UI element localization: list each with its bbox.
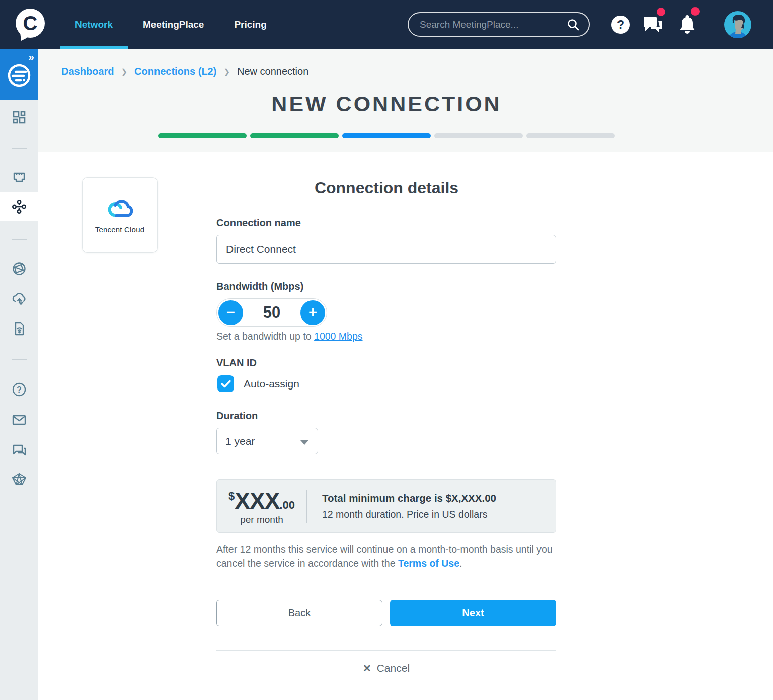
nav-tab-meetingplace[interactable]: MeetingPlace bbox=[128, 0, 219, 49]
sidebar: » bbox=[0, 49, 38, 700]
bandwidth-decrease-button[interactable]: − bbox=[218, 300, 243, 325]
top-navbar: C Network MeetingPlace Pricing ? bbox=[0, 0, 773, 49]
vlan-auto-assign-checkbox[interactable] bbox=[217, 375, 234, 392]
search-input[interactable] bbox=[420, 19, 567, 30]
nav-tab-pricing[interactable]: Pricing bbox=[219, 0, 281, 49]
price-amount: XXX bbox=[235, 488, 279, 514]
chat-icon bbox=[12, 442, 27, 457]
bandwidth-max-link[interactable]: 1000 Mbps bbox=[314, 331, 362, 342]
notifications-icon[interactable] bbox=[678, 13, 697, 36]
chevron-down-icon bbox=[300, 440, 308, 445]
cancel-label: Cancel bbox=[377, 662, 410, 674]
connection-name-label: Connection name bbox=[216, 217, 301, 229]
connections-icon bbox=[12, 199, 27, 214]
help-icon[interactable]: ? bbox=[611, 15, 630, 34]
messages-icon[interactable] bbox=[643, 14, 664, 36]
footer-divider bbox=[216, 650, 556, 651]
sidebar-divider bbox=[12, 359, 27, 360]
progress-step-1 bbox=[158, 133, 247, 138]
expand-icon[interactable]: » bbox=[28, 51, 33, 63]
chevron-right-icon: ❯ bbox=[121, 67, 127, 76]
price-period: per month bbox=[217, 514, 306, 525]
terms-note-suffix: . bbox=[459, 558, 462, 569]
duration-value: 1 year bbox=[225, 435, 255, 447]
monthly-price: $XXX.00 per month bbox=[217, 487, 306, 525]
sidebar-divider bbox=[12, 239, 27, 240]
referrals-icon bbox=[11, 473, 27, 488]
bandwidth-stepper: 50 − + bbox=[216, 298, 327, 327]
price-decimals: .00 bbox=[279, 499, 295, 511]
duration-label: Duration bbox=[216, 410, 258, 422]
internet-exchange-icon bbox=[12, 261, 27, 276]
search-icon[interactable] bbox=[567, 18, 580, 31]
price-total-line: Total minimum charge is $X,XXX.00 bbox=[322, 492, 496, 504]
terms-note-text: After 12 months this service will contin… bbox=[216, 543, 553, 569]
vlan-auto-assign-row: Auto-assign bbox=[217, 375, 299, 392]
provider-name: Tencent Cloud bbox=[95, 225, 145, 234]
iot-sim-icon bbox=[12, 321, 27, 336]
svg-text:?: ? bbox=[17, 385, 22, 394]
network-logo-icon[interactable] bbox=[7, 63, 31, 88]
bandwidth-helper: Set a bandwidth up to 1000 Mbps bbox=[216, 331, 363, 342]
price-summary: $XXX.00 per month Total minimum charge i… bbox=[216, 479, 556, 533]
section-heading: Connection details bbox=[0, 179, 773, 197]
sidebar-item-internet[interactable] bbox=[0, 261, 38, 276]
terms-of-use-link[interactable]: Terms of Use bbox=[398, 558, 459, 569]
bandwidth-label: Bandwidth (Mbps) bbox=[216, 281, 303, 292]
price-currency: $ bbox=[228, 490, 235, 502]
bandwidth-helper-text: Set a bandwidth up to bbox=[216, 331, 314, 342]
cloud-connect-icon bbox=[11, 291, 27, 306]
vlan-label: VLAN ID bbox=[216, 357, 257, 369]
breadcrumb-connections[interactable]: Connections (L2) bbox=[134, 66, 216, 77]
sidebar-item-cloud[interactable] bbox=[0, 291, 38, 306]
progress-step-4 bbox=[434, 133, 523, 138]
chevron-right-icon: ❯ bbox=[223, 67, 230, 76]
terms-note: After 12 months this service will contin… bbox=[216, 542, 558, 570]
global-search[interactable] bbox=[408, 12, 590, 37]
messages-badge bbox=[657, 8, 665, 16]
progress-bar bbox=[158, 133, 615, 138]
cancel-button[interactable]: ✕Cancel bbox=[216, 662, 556, 674]
next-button[interactable]: Next bbox=[390, 600, 556, 626]
app-window: C Network MeetingPlace Pricing ? bbox=[0, 0, 773, 700]
duration-select[interactable]: 1 year bbox=[216, 428, 318, 454]
close-icon: ✕ bbox=[363, 663, 371, 674]
svg-text:?: ? bbox=[617, 18, 624, 31]
progress-step-5 bbox=[526, 133, 615, 138]
help-icon: ? bbox=[12, 382, 27, 397]
primary-nav: Network MeetingPlace Pricing bbox=[60, 0, 282, 49]
sidebar-item-chat[interactable] bbox=[0, 442, 38, 457]
notifications-badge bbox=[691, 7, 700, 16]
sidebar-item-referrals[interactable] bbox=[0, 473, 38, 488]
price-details-line: 12 month duration. Price in US dollars bbox=[322, 509, 496, 520]
sidebar-divider bbox=[12, 148, 27, 149]
breadcrumb: Dashboard ❯ Connections (L2) ❯ New conne… bbox=[61, 66, 308, 77]
back-button[interactable]: Back bbox=[216, 600, 382, 626]
check-icon bbox=[221, 380, 231, 388]
sidebar-item-mail[interactable] bbox=[0, 412, 38, 427]
nav-tab-network[interactable]: Network bbox=[60, 0, 128, 49]
connection-name-input[interactable] bbox=[216, 235, 556, 264]
breadcrumb-dashboard[interactable]: Dashboard bbox=[61, 66, 114, 77]
vlan-auto-assign-label: Auto-assign bbox=[244, 378, 299, 390]
tencent-cloud-icon bbox=[103, 196, 136, 220]
progress-step-2 bbox=[250, 133, 339, 138]
page-title: NEW CONNECTION bbox=[0, 92, 773, 116]
svg-text:C: C bbox=[23, 12, 38, 34]
console-connect-logo-icon[interactable]: C bbox=[14, 8, 46, 42]
breadcrumb-current: New connection bbox=[237, 66, 308, 77]
sidebar-item-help[interactable]: ? bbox=[0, 382, 38, 397]
sidebar-item-iot[interactable] bbox=[0, 321, 38, 336]
mail-icon bbox=[12, 412, 27, 427]
avatar[interactable] bbox=[724, 11, 752, 39]
progress-step-3 bbox=[342, 133, 431, 138]
bandwidth-increase-button[interactable]: + bbox=[300, 300, 325, 325]
